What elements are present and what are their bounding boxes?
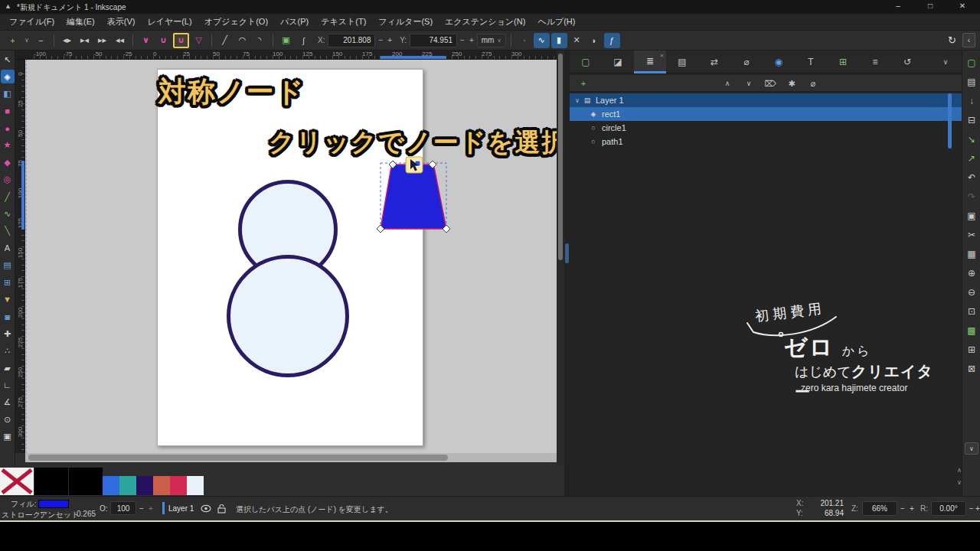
node-tool[interactable]: ◈ bbox=[1, 70, 15, 83]
show-bezier-handles-toggle[interactable]: ∿ bbox=[534, 33, 550, 48]
duplicate-button[interactable]: ▩ bbox=[962, 323, 980, 338]
palette-swatch-blue[interactable] bbox=[103, 476, 119, 495]
edit-masks-toggle[interactable]: ◗ bbox=[586, 33, 603, 48]
palette-swatch-dark-purple[interactable] bbox=[136, 476, 153, 495]
palette-swatch-black[interactable] bbox=[34, 468, 68, 495]
stroke-paint-value[interactable]: アンセット bbox=[40, 510, 79, 520]
tab-document-properties[interactable]: ▢ bbox=[570, 51, 602, 73]
menu-text[interactable]: テキスト(T) bbox=[321, 16, 366, 28]
save-document-button[interactable]: ↓ bbox=[962, 93, 980, 109]
opacity-plus-button[interactable]: + bbox=[149, 504, 153, 513]
y-minus-button[interactable]: − bbox=[459, 36, 466, 44]
layer-row-layer1[interactable]: ∨ ▤ Layer 1 bbox=[570, 93, 962, 107]
delete-node-icon[interactable]: − bbox=[33, 33, 49, 48]
menu-file[interactable]: ファイル(F) bbox=[9, 16, 54, 28]
make-line-icon[interactable]: ╱ bbox=[217, 33, 233, 48]
undo-button[interactable]: ↶ bbox=[962, 170, 980, 185]
menu-path[interactable]: パス(P) bbox=[280, 16, 309, 28]
calligraphy-tool[interactable]: ╲ bbox=[1, 224, 15, 238]
spray-tool[interactable]: ∴ bbox=[1, 344, 15, 358]
pen-tool[interactable]: ∿ bbox=[1, 207, 15, 221]
paint-bucket-tool[interactable]: ◙ bbox=[1, 310, 15, 324]
fill-color-indicator[interactable] bbox=[38, 500, 69, 508]
palette-swatch-teal[interactable] bbox=[119, 476, 136, 495]
trapezoid-path[interactable] bbox=[381, 165, 446, 229]
rotation-minus-button[interactable]: − bbox=[969, 504, 974, 513]
canvas[interactable]: 対称ノード クリックでノードを選択 bbox=[25, 60, 557, 453]
y-coordinate-input[interactable]: 74.951 bbox=[410, 34, 457, 47]
insert-node-menu-icon[interactable]: ∨ bbox=[22, 33, 31, 48]
reset-toolbar-icon[interactable]: ↻ bbox=[948, 34, 956, 46]
tab-transform[interactable]: ⇄ bbox=[698, 51, 730, 73]
object-row-rect1[interactable]: ◈ rect1 bbox=[570, 107, 962, 121]
insert-node-icon[interactable]: + bbox=[5, 33, 21, 48]
add-layer-button[interactable]: + bbox=[576, 77, 591, 90]
corner-node-icon[interactable]: ∨ bbox=[138, 33, 154, 48]
cut-button[interactable]: ✂ bbox=[962, 227, 980, 243]
x-ray-toggle[interactable]: ✕ bbox=[569, 33, 585, 48]
redo-button[interactable]: ↷ bbox=[962, 189, 980, 204]
horizontal-scrollbar-thumb[interactable] bbox=[28, 455, 448, 461]
palette-swatch-none[interactable] bbox=[0, 468, 34, 495]
delete-object-button[interactable]: ⌦ bbox=[763, 77, 778, 90]
expand-chevron-icon[interactable]: ∨ bbox=[573, 97, 582, 104]
minimize-button[interactable]: – bbox=[888, 2, 908, 10]
new-document-button[interactable]: ▢ bbox=[962, 55, 980, 70]
menu-layer[interactable]: レイヤー(L) bbox=[147, 16, 191, 28]
shape-builder-tool[interactable]: ◧ bbox=[1, 87, 15, 101]
star-tool[interactable]: ★ bbox=[1, 139, 15, 152]
tweak-tool[interactable]: ✚ bbox=[1, 327, 15, 341]
commands-overflow-chevron-icon[interactable]: ∨ bbox=[965, 442, 978, 455]
show-transform-handles-toggle[interactable]: ƒ bbox=[604, 33, 620, 48]
menu-view[interactable]: 表示(V) bbox=[107, 16, 136, 28]
snowman-body-circle[interactable] bbox=[227, 255, 349, 377]
menu-extensions[interactable]: エクステンション(N) bbox=[445, 16, 525, 28]
palette-swatch-crimson[interactable] bbox=[170, 476, 187, 495]
palette-swatch-salmon[interactable] bbox=[153, 476, 170, 495]
ellipse-tool[interactable]: ● bbox=[1, 122, 15, 135]
connector-tool[interactable]: ∟ bbox=[1, 378, 15, 392]
zoom-selection-button[interactable]: ⊕ bbox=[962, 266, 980, 281]
paste-button[interactable]: ▦ bbox=[962, 246, 980, 262]
y-plus-button[interactable]: + bbox=[468, 36, 475, 44]
stroke-to-path-icon[interactable]: ∫ bbox=[296, 33, 312, 48]
zoom-tool[interactable]: ⊙ bbox=[1, 412, 15, 426]
text-tool[interactable]: A bbox=[1, 241, 15, 255]
x-coordinate-input[interactable]: 201.808 bbox=[328, 34, 375, 47]
pencil-tool[interactable]: ╱ bbox=[1, 190, 15, 204]
current-layer-name[interactable]: Layer 1 bbox=[168, 504, 194, 513]
pages-tool[interactable]: ▣ bbox=[1, 430, 15, 444]
x-plus-button[interactable]: + bbox=[386, 36, 394, 44]
import-button[interactable]: ↘ bbox=[962, 132, 980, 147]
close-tab-icon[interactable]: × bbox=[660, 52, 664, 59]
opacity-input[interactable]: 100 bbox=[110, 501, 136, 515]
edit-clipping-paths-toggle[interactable]: ◔ bbox=[516, 33, 532, 48]
raise-object-button[interactable]: ∧ bbox=[720, 77, 735, 90]
menu-filters[interactable]: フィルター(S) bbox=[378, 16, 433, 28]
tab-fill-stroke[interactable]: ◪ bbox=[602, 51, 634, 73]
join-nodes-icon[interactable]: ▸◂ bbox=[77, 33, 93, 48]
tab-text[interactable]: T bbox=[795, 51, 827, 73]
vertical-scrollbar-thumb[interactable] bbox=[558, 54, 563, 260]
measure-tool[interactable]: ∡ bbox=[1, 396, 15, 409]
palette-swatch-pale-blue[interactable] bbox=[187, 476, 204, 495]
object-row-circle1[interactable]: ○ circle1 bbox=[570, 121, 962, 135]
break-path-icon[interactable]: ◂▸ bbox=[59, 33, 75, 48]
rotation-input[interactable]: 0.00° bbox=[931, 501, 966, 516]
x-minus-button[interactable]: − bbox=[377, 36, 384, 44]
object-row-path1[interactable]: ○ path1 bbox=[570, 135, 962, 148]
show-outline-toggle[interactable]: ▮ bbox=[551, 33, 567, 48]
menu-help[interactable]: ヘルプ(H) bbox=[537, 16, 575, 28]
selected-path-object[interactable] bbox=[374, 153, 455, 237]
tab-arrange[interactable]: ≡ bbox=[859, 51, 891, 73]
zoom-drawing-button[interactable]: ⊖ bbox=[962, 285, 980, 300]
palette-swatch-black-2[interactable] bbox=[69, 468, 103, 495]
eraser-tool[interactable]: ▰ bbox=[1, 361, 15, 375]
panel-divider[interactable] bbox=[564, 51, 570, 496]
symmetric-node-icon[interactable]: ∪ bbox=[173, 33, 189, 48]
menu-object[interactable]: オブジェクト(O) bbox=[204, 16, 268, 28]
mesh-tool[interactable]: ⊞ bbox=[1, 276, 15, 289]
gradient-tool[interactable]: ▤ bbox=[1, 259, 15, 272]
join-with-segment-icon[interactable]: ▸▸ bbox=[94, 33, 110, 48]
panel-search-button[interactable]: ⌀ bbox=[805, 77, 821, 90]
